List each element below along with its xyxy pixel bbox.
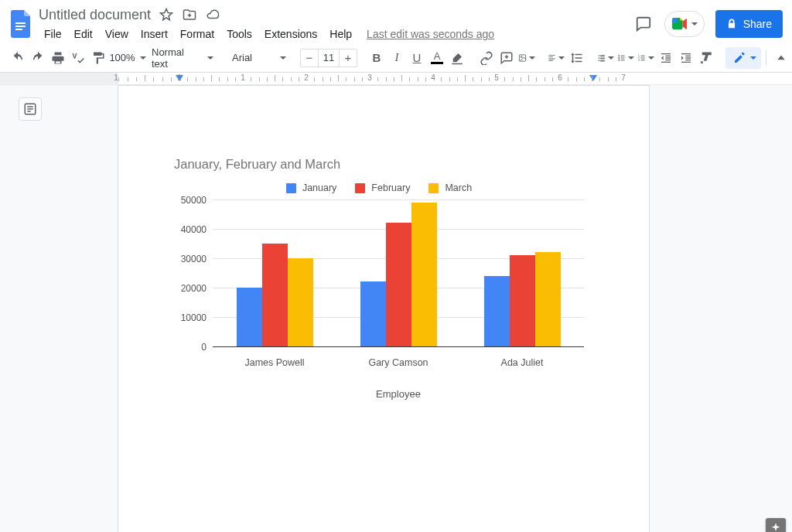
legend-label: January [302, 182, 336, 193]
legend-label: March [445, 182, 472, 193]
zoom-select[interactable]: 100% [118, 48, 138, 68]
insert-link-button[interactable] [476, 48, 497, 68]
svg-point-5 [618, 55, 620, 56]
bar [535, 252, 561, 346]
chevron-down-icon [608, 56, 614, 60]
chevron-down-icon [558, 56, 565, 60]
chevron-down-icon [628, 56, 634, 60]
bar-group [460, 200, 584, 346]
paint-format-button[interactable] [88, 48, 108, 68]
svg-rect-0 [15, 22, 26, 24]
star-icon[interactable] [159, 7, 174, 22]
bulleted-list-button[interactable] [616, 48, 636, 68]
menu-format[interactable]: Format [175, 26, 220, 42]
font-size-increase[interactable]: + [340, 51, 357, 64]
legend-item: March [428, 182, 472, 193]
ruler-label: 2 [304, 73, 309, 82]
svg-text:3: 3 [638, 58, 640, 61]
menu-bar: File Edit View Insert Format Tools Exten… [39, 26, 494, 43]
ruler-label: 4 [431, 73, 435, 82]
numbered-list-button[interactable]: 123 [636, 48, 656, 68]
chevron-down-icon [207, 56, 213, 60]
cloud-status-icon[interactable] [205, 7, 220, 22]
legend-swatch [355, 183, 365, 193]
x-tick-label: Gary Camson [336, 354, 460, 368]
meet-button[interactable] [664, 11, 705, 37]
bar [484, 276, 510, 346]
menu-tools[interactable]: Tools [221, 26, 258, 42]
ruler-label: 1 [114, 73, 118, 82]
menu-file[interactable]: File [39, 26, 67, 42]
bar-group [213, 200, 336, 346]
bar [360, 281, 386, 346]
clear-formatting-button[interactable] [696, 48, 716, 68]
font-family-select[interactable]: Arial [227, 48, 291, 68]
ruler-label: 3 [367, 73, 372, 82]
ruler-label: 6 [558, 73, 562, 82]
bar [288, 258, 313, 346]
menu-edit[interactable]: Edit [69, 26, 98, 42]
right-indent-marker[interactable] [589, 74, 598, 84]
line-spacing-button[interactable] [566, 48, 586, 68]
toolbar: 100% Normal text Arial − 11 + B I U A 12… [0, 43, 792, 73]
bar [262, 244, 288, 346]
bar [237, 288, 262, 346]
highlight-color-button[interactable] [447, 48, 467, 68]
menu-extensions[interactable]: Extensions [259, 26, 323, 42]
redo-button[interactable] [28, 48, 48, 68]
paragraph-style-select[interactable]: Normal text [147, 48, 218, 68]
editing-mode-button[interactable] [725, 47, 761, 69]
show-outline-button[interactable] [19, 97, 42, 121]
y-tick-label: 40000 [181, 224, 213, 235]
menu-help[interactable]: Help [324, 26, 357, 42]
italic-button[interactable]: I [387, 48, 407, 68]
chevron-down-icon [648, 56, 654, 60]
comments-icon[interactable] [633, 14, 654, 34]
underline-button[interactable]: U [407, 48, 427, 68]
hide-menus-button[interactable] [771, 48, 791, 68]
ruler-label: 7 [621, 73, 626, 82]
y-tick-label: 20000 [181, 283, 213, 294]
chevron-down-icon [750, 56, 756, 60]
insert-comment-button[interactable] [497, 48, 517, 68]
docs-logo[interactable] [6, 9, 37, 39]
bar [411, 203, 437, 346]
chart-x-labels: James PowellGary CamsonAda Juliet [213, 354, 584, 368]
document-title[interactable]: Untitled document [39, 7, 151, 23]
workspace: 112345671 January, February and March Ja… [0, 73, 792, 532]
menu-insert[interactable]: Insert [135, 26, 173, 42]
font-size-decrease[interactable]: − [301, 51, 318, 64]
align-button[interactable] [546, 48, 566, 68]
bar [510, 255, 535, 346]
bold-button[interactable]: B [367, 48, 387, 68]
svg-point-4 [521, 56, 522, 57]
chevron-down-icon [280, 56, 286, 60]
legend-item: January [286, 182, 336, 193]
menu-view[interactable]: View [100, 26, 134, 42]
share-button[interactable]: Share [715, 10, 783, 38]
spellcheck-button[interactable] [68, 48, 88, 68]
undo-button[interactable] [8, 48, 28, 68]
zoom-value: 100% [109, 52, 135, 63]
indent-decrease-button[interactable] [656, 48, 676, 68]
indent-increase-button[interactable] [676, 48, 696, 68]
font-size-input[interactable]: 11 [318, 49, 340, 66]
y-tick-label: 0 [201, 342, 213, 353]
checklist-button[interactable] [596, 48, 616, 68]
insert-image-button[interactable] [517, 48, 537, 68]
legend-swatch [286, 183, 296, 193]
print-button[interactable] [48, 48, 68, 68]
horizontal-ruler[interactable]: 112345671 [0, 73, 792, 85]
last-edit-link[interactable]: Last edit was seconds ago [367, 28, 494, 40]
text-color-button[interactable]: A [427, 48, 447, 68]
ruler-label: 5 [494, 73, 499, 82]
chevron-down-icon [140, 56, 146, 60]
document-page[interactable]: January, February and March JanuaryFebru… [118, 85, 650, 532]
chevron-down-icon [529, 56, 535, 60]
title-bar: Untitled document File Edit View Insert … [0, 0, 792, 43]
explore-button[interactable] [766, 518, 786, 532]
x-tick-label: Ada Juliet [460, 354, 584, 368]
embedded-chart[interactable]: January, February and March JanuaryFebru… [174, 157, 584, 400]
meet-icon [671, 17, 688, 31]
move-icon[interactable] [182, 7, 197, 22]
